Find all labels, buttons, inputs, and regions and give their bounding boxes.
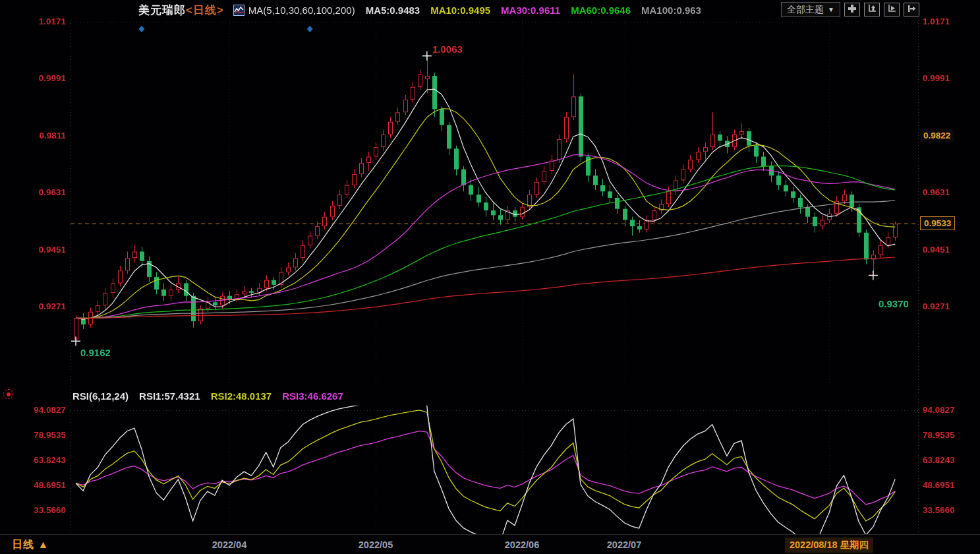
period-tag: <日线>: [186, 4, 224, 16]
price-tick-right: 0.9451: [923, 245, 950, 255]
price-tick-left: 0.9631: [3, 187, 66, 197]
theme-dropdown[interactable]: 全部主题 ▼: [781, 2, 840, 17]
price-tick-right: 0.9271: [923, 301, 950, 311]
ma60-value: MA60:0.9646: [571, 5, 631, 16]
month-label: 2022/04: [212, 539, 246, 550]
toolbar: 全部主题 ▼: [781, 2, 919, 17]
rsi-settings-label: RSI(6,12,24): [72, 390, 129, 402]
ma30-value: MA30:0.9611: [501, 5, 560, 16]
price-tick-right: 1.0171: [923, 16, 950, 26]
rsi-tick-right: 63.8243: [923, 455, 955, 465]
price-tick-right: 0.9631: [923, 187, 950, 197]
price-tick-right: 0.9991: [923, 73, 950, 83]
rsi2-value: RSI2:48.0137: [211, 390, 272, 402]
rsi3-value: RSI3:46.6267: [282, 390, 343, 402]
rsi-tick-right: 94.0827: [923, 405, 955, 415]
price-tick-left: 0.9811: [3, 131, 66, 140]
rsi-tick-right: 78.9535: [923, 430, 955, 440]
move-cross-icon: [848, 4, 857, 15]
pan-move-button[interactable]: [844, 3, 860, 16]
chart-type-icon[interactable]: [233, 5, 245, 16]
chevron-down-icon: ▼: [828, 6, 834, 13]
rsi-tick-right: 33.5660: [923, 505, 955, 515]
price-tick-left: 0.9271: [3, 301, 66, 311]
symbol-name: 美元瑞郎: [138, 4, 186, 16]
rsi-tick-left: 63.8243: [3, 455, 66, 465]
ma5-value: MA5:0.9483: [366, 5, 420, 16]
rsi-tick-left: 78.9535: [3, 430, 66, 440]
last-price-box: 0.9533: [920, 216, 955, 230]
month-label: 2022/05: [359, 539, 393, 550]
rsi-tick-left: 33.5660: [3, 505, 66, 515]
price-tick-left: 1.0171: [3, 16, 66, 26]
y-axis-arrow-icon: [867, 4, 877, 15]
trading-chart-window: 美元瑞郎<日线> MA(5,10,30,60,100,200) MA5:0.94…: [0, 0, 980, 554]
time-axis-bar: 日线 ▲ 2022/04 2022/05 2022/06 2022/07 202…: [0, 534, 980, 554]
rsi1-value: RSI1:57.4321: [139, 390, 200, 402]
month-label: 2022/07: [607, 539, 641, 550]
candlestick-chart-canvas[interactable]: [0, 0, 980, 554]
rsi-header: RSI(6,12,24) RSI1:57.4321 RSI2:48.0137 R…: [0, 388, 980, 404]
x-axis-play-icon: [887, 4, 896, 15]
zoom-y-axis-button[interactable]: [864, 3, 880, 16]
theme-dropdown-label: 全部主题: [787, 4, 824, 16]
exit-right-arrow-icon: [907, 4, 916, 15]
current-date-label: 2022/08/18 星期四: [785, 538, 873, 553]
month-label: 2022/06: [505, 539, 539, 550]
zoom-x-axis-button[interactable]: [884, 3, 900, 16]
rsi-tick-right: 48.6951: [923, 480, 955, 490]
start-low-annotation: 0.9162: [80, 347, 111, 358]
collapse-panel-button[interactable]: [904, 3, 919, 16]
ma-settings-label: MA(5,10,30,60,100,200): [248, 5, 355, 16]
ma100-value: MA100:0.963: [641, 5, 701, 16]
ma10-value: MA10:0.9495: [430, 5, 490, 16]
triangle-up-icon: ▲: [38, 539, 49, 550]
indicator-dot-icon[interactable]: [3, 389, 13, 399]
period-selector-button[interactable]: 日线 ▲: [12, 538, 49, 552]
rsi-tick-left: 94.0827: [3, 405, 66, 415]
price-tick-left: 0.9451: [3, 245, 66, 255]
rsi-tick-left: 48.6951: [3, 480, 66, 490]
peak-price-annotation: 1.0063: [432, 44, 463, 55]
price-tick-left: 0.9991: [3, 73, 66, 83]
upper-price-marker-box: 0.9822: [920, 129, 954, 142]
trough-price-annotation: 0.9370: [879, 298, 909, 309]
instrument-title: 美元瑞郎<日线>: [138, 3, 224, 18]
